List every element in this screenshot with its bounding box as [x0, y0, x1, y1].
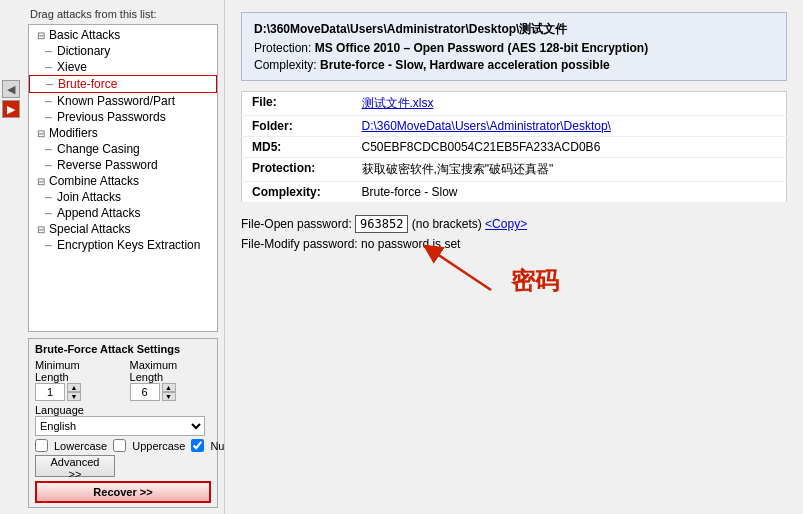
tree-label: Dictionary: [57, 44, 110, 58]
tree-item-special-attacks[interactable]: ⊟ Special Attacks: [29, 221, 217, 237]
protection-value: MS Office 2010 – Open Password (AES 128-…: [315, 41, 648, 55]
row-value: 测试文件.xlsx: [352, 92, 787, 116]
language-select[interactable]: English French German Spanish: [35, 416, 205, 436]
recover-button[interactable]: Recover >>: [35, 481, 211, 503]
tree-item-modifiers[interactable]: ⊟ Modifiers: [29, 125, 217, 141]
file-path: D:\360MoveData\Users\Administrator\Deskt…: [254, 21, 774, 38]
max-up-btn[interactable]: ▲: [162, 383, 176, 392]
dash-icon: ─: [45, 208, 55, 219]
max-length-label: Maximum Length: [130, 359, 211, 383]
nav-column: ◀ ▶: [0, 0, 22, 514]
tree-label: Encryption Keys Extraction: [57, 238, 200, 252]
tree-label: Append Attacks: [57, 206, 140, 220]
complexity-label: Complexity:: [254, 58, 317, 72]
row-value: D:\360MoveData\Users\Administrator\Deskt…: [352, 116, 787, 137]
expand-icon: ⊟: [37, 30, 47, 41]
row-value: 获取破密软件,淘宝搜索"破码还真器": [352, 158, 787, 182]
file-protection: Protection: MS Office 2010 – Open Passwo…: [254, 41, 774, 55]
password-value: 963852: [355, 215, 408, 233]
expand-icon: ⊟: [37, 224, 47, 235]
red-arrow-svg: [401, 235, 521, 295]
tree-item-basic-attacks[interactable]: ⊟ Basic Attacks: [29, 27, 217, 43]
back-arrow[interactable]: ◀: [2, 80, 20, 98]
protection-label: Protection:: [254, 41, 311, 55]
tree-item-reverse-password[interactable]: ─ Reverse Password: [29, 157, 217, 173]
dash-icon: ─: [45, 62, 55, 73]
expand-icon: ⊟: [37, 128, 47, 139]
left-panel: Drag attacks from this list: ⊟ Basic Att…: [22, 0, 225, 514]
password-section: File-Open password: 963852 (no brackets)…: [241, 215, 787, 315]
row-key: File:: [242, 92, 352, 116]
tree-item-brute-force[interactable]: ─ Brute-force: [29, 75, 217, 93]
tree-item-dictionary[interactable]: ─ Dictionary: [29, 43, 217, 59]
dash-icon: ─: [46, 79, 56, 90]
tree-item-previous-passwords[interactable]: ─ Previous Passwords: [29, 109, 217, 125]
lowercase-checkbox[interactable]: [35, 439, 48, 452]
language-group: Language English French German Spanish: [35, 404, 211, 436]
chinese-annotation: 密码: [511, 265, 559, 297]
table-row: MD5: C50EBF8CDCB0054C21EB5FA233ACD0B6: [242, 137, 787, 158]
file-link[interactable]: 测试文件.xlsx: [362, 96, 434, 110]
row-key: MD5:: [242, 137, 352, 158]
file-open-row: File-Open password: 963852 (no brackets)…: [241, 215, 787, 233]
min-length-label: Minimum Length: [35, 359, 114, 383]
tree-label: Special Attacks: [49, 222, 130, 236]
min-down-btn[interactable]: ▼: [67, 392, 81, 401]
recover-row: Recover >>: [35, 481, 211, 503]
copy-link[interactable]: <Copy>: [485, 217, 527, 231]
uppercase-label: Uppercase: [132, 440, 185, 452]
max-down-btn[interactable]: ▼: [162, 392, 176, 401]
max-length-group: Maximum Length ▲ ▼: [130, 359, 211, 401]
max-length-input[interactable]: [130, 383, 160, 401]
tree-label: Reverse Password: [57, 158, 158, 172]
expand-icon: ⊟: [37, 176, 47, 187]
no-brackets-label: (no brackets): [412, 217, 485, 231]
min-length-spinner: ▲ ▼: [67, 383, 81, 401]
right-panel: D:\360MoveData\Users\Administrator\Deskt…: [225, 0, 803, 514]
checkbox-row: Lowercase Uppercase Numbers: [35, 439, 211, 452]
tree-item-combine-attacks[interactable]: ⊟ Combine Attacks: [29, 173, 217, 189]
tree-item-xieve[interactable]: ─ Xieve: [29, 59, 217, 75]
tree-label: Xieve: [57, 60, 87, 74]
row-key: Complexity:: [242, 182, 352, 203]
row-value: C50EBF8CDCB0054C21EB5FA233ACD0B6: [352, 137, 787, 158]
button-row: Advanced >>: [35, 455, 211, 477]
tree-label: Combine Attacks: [49, 174, 139, 188]
min-length-spin: ▲ ▼: [35, 383, 114, 401]
complexity-value: Brute-force - Slow, Hardware acceleratio…: [320, 58, 610, 72]
tree-label: Known Password/Part: [57, 94, 175, 108]
attack-tree: ⊟ Basic Attacks ─ Dictionary ─ Xieve ─ B…: [28, 24, 218, 332]
uppercase-checkbox[interactable]: [113, 439, 126, 452]
tree-item-append-attacks[interactable]: ─ Append Attacks: [29, 205, 217, 221]
tree-label: Basic Attacks: [49, 28, 120, 42]
tree-label: Join Attacks: [57, 190, 121, 204]
table-row: Protection: 获取破密软件,淘宝搜索"破码还真器": [242, 158, 787, 182]
tree-label: Change Casing: [57, 142, 140, 156]
language-label: Language: [35, 404, 211, 416]
tree-item-encryption-keys[interactable]: ─ Encryption Keys Extraction: [29, 237, 217, 253]
tree-label: Modifiers: [49, 126, 98, 140]
min-length-group: Minimum Length ▲ ▼: [35, 359, 114, 401]
tree-item-change-casing[interactable]: ─ Change Casing: [29, 141, 217, 157]
folder-link[interactable]: D:\360MoveData\Users\Administrator\Deskt…: [362, 119, 611, 133]
min-up-btn[interactable]: ▲: [67, 383, 81, 392]
numbers-checkbox[interactable]: [191, 439, 204, 452]
table-row: Complexity: Brute-force - Slow: [242, 182, 787, 203]
tree-label: Previous Passwords: [57, 110, 166, 124]
tree-item-join-attacks[interactable]: ─ Join Attacks: [29, 189, 217, 205]
info-table: File: 测试文件.xlsx Folder: D:\360MoveData\U…: [241, 91, 787, 203]
row-key: Folder:: [242, 116, 352, 137]
max-length-spinner: ▲ ▼: [162, 383, 176, 401]
table-row: Folder: D:\360MoveData\Users\Administrat…: [242, 116, 787, 137]
dash-icon: ─: [45, 192, 55, 203]
dash-icon: ─: [45, 96, 55, 107]
settings-title: Brute-Force Attack Settings: [35, 343, 211, 355]
min-length-input[interactable]: [35, 383, 65, 401]
forward-arrow[interactable]: ▶: [2, 100, 20, 118]
dash-icon: ─: [45, 112, 55, 123]
row-key: Protection:: [242, 158, 352, 182]
file-complexity: Complexity: Brute-force - Slow, Hardware…: [254, 58, 774, 72]
table-row: File: 测试文件.xlsx: [242, 92, 787, 116]
tree-item-known-password[interactable]: ─ Known Password/Part: [29, 93, 217, 109]
advanced-button[interactable]: Advanced >>: [35, 455, 115, 477]
